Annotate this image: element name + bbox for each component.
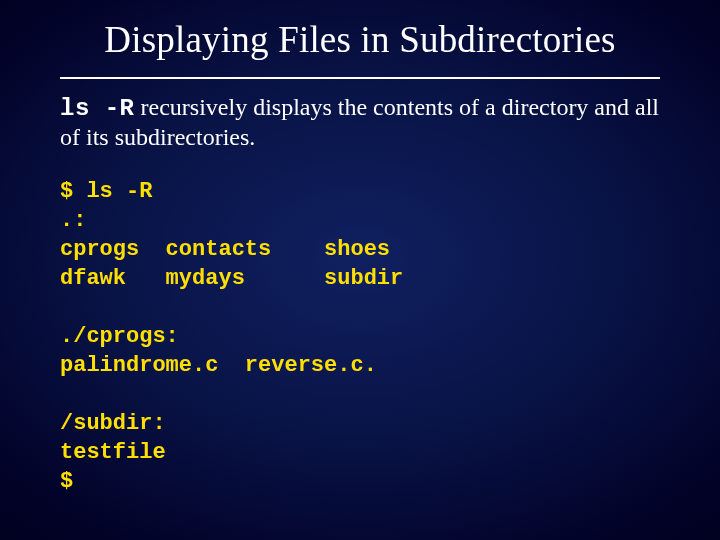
description: ls -R recursively displays the contents …	[60, 93, 660, 153]
inline-command: ls -R	[60, 95, 135, 122]
description-text: recursively displays the contents of a d…	[60, 94, 659, 150]
title-underline	[60, 77, 660, 79]
page-title: Displaying Files in Subdirectories	[60, 18, 660, 61]
slide: Displaying Files in Subdirectories ls -R…	[0, 0, 720, 540]
terminal-output: $ ls -R .: cprogs contacts shoes dfawk m…	[60, 177, 660, 496]
